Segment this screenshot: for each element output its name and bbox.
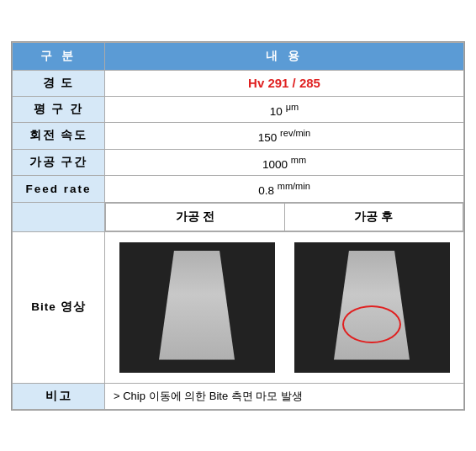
before-label: 가공 전: [106, 203, 285, 231]
before-image: [119, 242, 275, 373]
bite-section-label: Bite 영상: [13, 231, 105, 383]
label-rotation: 회전 속도: [13, 123, 105, 150]
header-col1: 구 분: [13, 42, 105, 70]
label-interval: 평 구 간: [13, 96, 105, 123]
bite-image-row: Bite 영상: [13, 231, 464, 383]
interval-value: 10: [270, 104, 283, 117]
bite-empty-label: [13, 202, 105, 231]
images-container: [114, 239, 455, 376]
table-row: 경 도 Hv 291 / 285: [13, 70, 464, 96]
bite-shape-before: [159, 251, 235, 360]
header-col2: 내 용: [105, 42, 464, 70]
table-row: 가공 구간 1000 mm: [13, 149, 464, 176]
value-rotation: 150 rev/min: [105, 123, 464, 150]
label-machining-interval: 가공 구간: [13, 149, 105, 176]
value-hardness: Hv 291 / 285: [105, 70, 464, 96]
label-hardness: 경 도: [13, 70, 105, 96]
note-row: 비고 > Chip 이동에 의한 Bite 측면 마모 발생: [13, 383, 464, 409]
rotation-unit: rev/min: [280, 128, 310, 138]
main-table: 구 분 내 용 경 도 Hv 291 / 285 평 구 간 10 μm: [11, 41, 465, 411]
feedrate-value: 0.8: [258, 184, 274, 197]
machining-interval-value: 1000: [262, 157, 288, 170]
value-interval: 10 μm: [105, 96, 464, 123]
value-feedrate: 0.8 mm/min: [105, 176, 464, 203]
table-row: 회전 속도 150 rev/min: [13, 123, 464, 150]
bite-subheader: 가공 전 가공 후: [105, 202, 464, 231]
wear-circle: [342, 305, 401, 343]
rotation-value: 150: [258, 131, 278, 144]
note-value: > Chip 이동에 의한 Bite 측면 마모 발생: [105, 383, 464, 409]
feedrate-unit: mm/min: [278, 181, 310, 191]
after-image: [294, 242, 450, 373]
value-machining-interval: 1000 mm: [105, 149, 464, 176]
hardness-value: Hv 291 / 285: [248, 76, 320, 90]
table-row: Feed rate 0.8 mm/min: [13, 176, 464, 203]
machining-interval-unit: mm: [291, 155, 306, 165]
label-feedrate: Feed rate: [13, 176, 105, 203]
interval-unit: μm: [286, 102, 299, 112]
bite-images-cell: [105, 231, 464, 383]
bite-subheader-row: 가공 전 가공 후: [13, 202, 464, 231]
table-row: 평 구 간 10 μm: [13, 96, 464, 123]
note-label: 비고: [13, 383, 105, 409]
table-header: 구 분 내 용: [13, 42, 464, 70]
after-label: 가공 후: [284, 203, 463, 231]
